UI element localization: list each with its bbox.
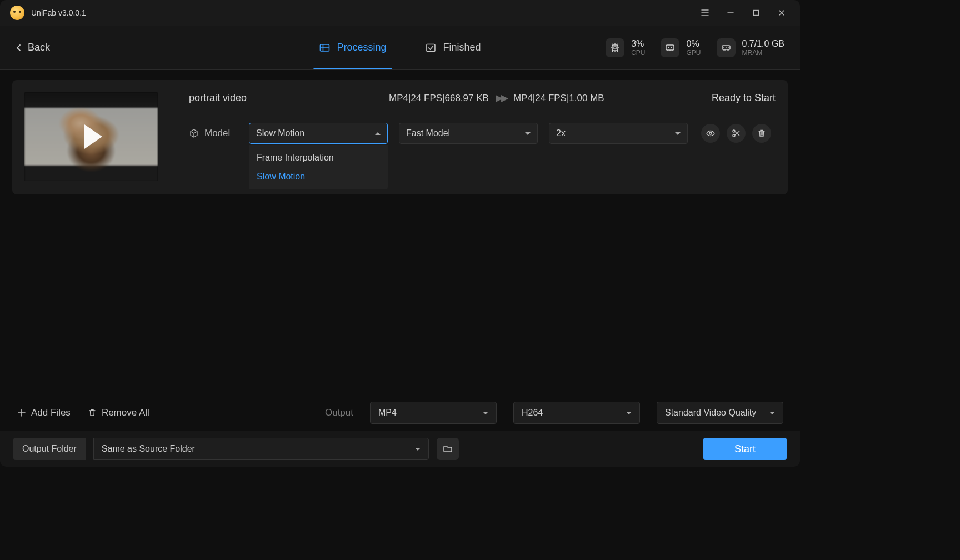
svg-point-6 <box>668 47 669 48</box>
video-title: portrait video <box>189 92 367 104</box>
preview-button[interactable] <box>701 124 720 143</box>
processing-icon <box>319 42 330 53</box>
folder-icon <box>442 443 453 454</box>
caret-down-icon <box>675 132 681 135</box>
play-icon <box>84 124 102 149</box>
maximize-button[interactable] <box>743 0 769 26</box>
bottom-bar: Add Files Remove All Output MP4 H264 Sta… <box>0 394 800 431</box>
trash-icon <box>757 128 767 138</box>
remove-all-label: Remove All <box>102 407 149 418</box>
topbar: Back Processing Finished 3% CPU 0% <box>0 26 800 70</box>
stat-mram: 0.7/1.0 GB MRAM <box>717 38 785 57</box>
output-format-select[interactable]: MP4 <box>370 402 497 424</box>
model-option-frame-interpolation[interactable]: Frame Interpolation <box>249 148 388 167</box>
output-codec-value: H264 <box>522 408 543 418</box>
output-format-value: MP4 <box>378 408 397 418</box>
multiplier-select[interactable]: 2x <box>549 123 688 144</box>
output-label: Output <box>325 407 353 418</box>
trash-icon <box>87 408 97 418</box>
back-label: Back <box>28 42 50 53</box>
speed-model-value: Fast Model <box>406 128 450 138</box>
finished-icon <box>426 42 437 53</box>
add-files-label: Add Files <box>31 407 71 418</box>
stat-gpu: 0% GPU <box>661 38 701 57</box>
output-codec-select[interactable]: H264 <box>513 402 640 424</box>
svg-point-9 <box>709 132 712 134</box>
arrow-icon: ▶▶ <box>496 92 507 104</box>
caret-down-icon <box>483 412 488 414</box>
eye-icon <box>706 128 716 138</box>
model-select-value: Slow Motion <box>256 128 304 138</box>
tab-finished[interactable]: Finished <box>426 26 481 69</box>
svg-rect-3 <box>612 45 618 51</box>
caret-down-icon <box>525 132 531 135</box>
tab-processing[interactable]: Processing <box>319 26 386 69</box>
plus-icon <box>17 408 27 418</box>
output-quality-select[interactable]: Standard Video Quality <box>657 402 783 424</box>
mram-icon <box>717 38 736 57</box>
caret-down-icon <box>769 412 775 414</box>
svg-point-7 <box>671 47 672 48</box>
gpu-icon <box>661 38 679 57</box>
chevron-left-icon <box>16 44 21 52</box>
app-title: UniFab v3.0.0.1 <box>31 8 86 17</box>
cpu-icon <box>606 38 624 57</box>
stat-cpu: 3% CPU <box>606 38 645 57</box>
svg-rect-1 <box>320 44 329 51</box>
app-logo <box>10 6 24 20</box>
mram-value: 0.7/1.0 GB <box>742 38 785 49</box>
cpu-label: CPU <box>631 49 645 57</box>
tab-processing-label: Processing <box>337 42 386 53</box>
output-folder-label: Output Folder <box>13 438 86 460</box>
cube-icon <box>189 128 199 138</box>
start-button[interactable]: Start <box>703 438 787 460</box>
model-select[interactable]: Slow Motion <box>249 123 388 144</box>
model-option-slow-motion[interactable]: Slow Motion <box>249 167 388 186</box>
output-folder-value: Same as Source Folder <box>102 444 195 454</box>
mram-label: MRAM <box>742 49 785 57</box>
menu-button[interactable] <box>692 0 718 26</box>
scissors-icon <box>731 128 741 138</box>
back-button[interactable]: Back <box>16 42 50 53</box>
footer: Output Folder Same as Source Folder Star… <box>0 431 800 467</box>
tab-finished-label: Finished <box>443 42 481 53</box>
model-dropdown: Frame Interpolation Slow Motion <box>249 145 388 189</box>
video-thumbnail[interactable] <box>24 92 158 181</box>
add-files-button[interactable]: Add Files <box>17 407 71 418</box>
caret-down-icon <box>626 412 632 414</box>
gpu-label: GPU <box>686 49 701 57</box>
remove-all-button[interactable]: Remove All <box>87 407 149 418</box>
gpu-value: 0% <box>686 38 701 49</box>
svg-rect-0 <box>754 11 759 16</box>
caret-up-icon <box>375 132 381 135</box>
close-button[interactable] <box>769 0 794 26</box>
caret-down-icon <box>415 448 421 451</box>
svg-point-10 <box>733 130 735 132</box>
start-label: Start <box>734 443 756 455</box>
cpu-value: 3% <box>631 38 645 49</box>
browse-folder-button[interactable] <box>437 438 459 460</box>
svg-rect-4 <box>614 47 616 49</box>
output-folder-select[interactable]: Same as Source Folder <box>93 438 429 460</box>
minimize-button[interactable] <box>718 0 743 26</box>
output-quality-value: Standard Video Quality <box>665 408 756 418</box>
video-status: Ready to Start <box>712 92 776 104</box>
titlebar: UniFab v3.0.0.1 <box>0 0 800 26</box>
speed-model-select[interactable]: Fast Model <box>399 123 538 144</box>
svg-point-11 <box>733 134 735 137</box>
cut-button[interactable] <box>727 124 746 143</box>
multiplier-value: 2x <box>556 128 566 138</box>
video-card: portrait video MP4|24 FPS|668.97 KB ▶▶ M… <box>12 80 788 194</box>
model-label: Model <box>204 128 230 139</box>
svg-rect-2 <box>427 44 435 51</box>
video-spec-output: MP4|24 FPS|1.00 MB <box>513 93 604 104</box>
delete-button[interactable] <box>752 124 771 143</box>
video-spec-input: MP4|24 FPS|668.97 KB <box>389 93 489 104</box>
svg-rect-5 <box>666 45 674 50</box>
